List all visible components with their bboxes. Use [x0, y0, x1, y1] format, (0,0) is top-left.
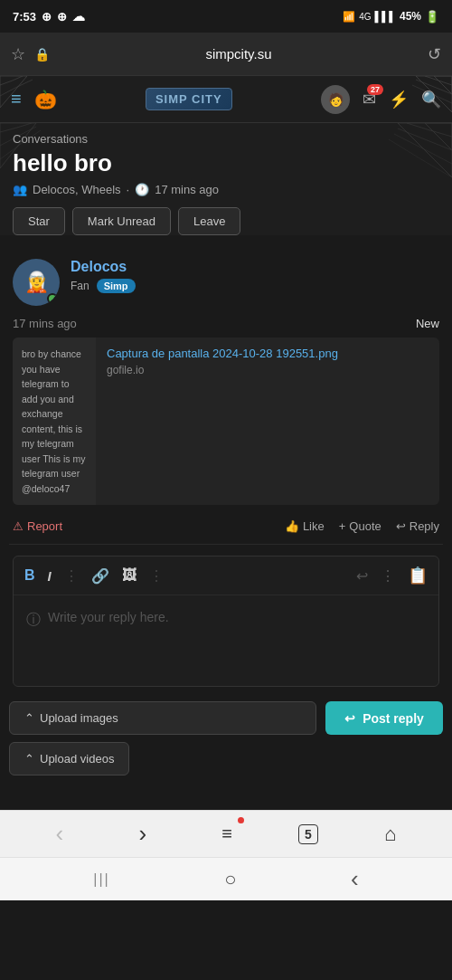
signal-text: 4G [359, 12, 371, 22]
time: 7:53 [13, 10, 36, 24]
site-logo: SIMP CITY [70, 88, 308, 110]
upload-images-button[interactable]: ⌃ Upload images [9, 701, 316, 735]
message-text-block: bro by chance you have telegram to add y… [13, 338, 96, 505]
editor-placeholder: Write your reply here. [48, 610, 169, 624]
username[interactable]: Delocos [71, 259, 439, 275]
participants: Delocos, Wheels [33, 183, 121, 196]
tab-count-label: 5 [305, 827, 312, 842]
post-reply-label: Post reply [363, 711, 424, 726]
like-button[interactable]: 👍 Like [285, 519, 325, 533]
source-button[interactable]: 📋 [408, 566, 428, 585]
reply-label: Reply [410, 519, 439, 533]
back-button[interactable]: ‹ [47, 816, 73, 852]
user-avatar-nav[interactable]: 🧑 [321, 85, 350, 114]
message-content: bro by chance you have telegram to add y… [13, 338, 439, 505]
user-info: Delocos Fan Simp [71, 259, 439, 293]
hamburger-menu-icon[interactable]: ≡ [11, 89, 22, 109]
mail-icon[interactable]: ✉ 27 [363, 90, 376, 109]
badge-simp: Simp [97, 279, 136, 293]
refresh-icon[interactable]: ↺ [428, 44, 441, 64]
link-button[interactable]: 🔗 [91, 567, 109, 585]
attachment-host: gofile.io [107, 364, 428, 376]
reply-icon: ↩ [396, 519, 406, 533]
divider-2: ⋮ [149, 567, 164, 585]
notification-dot [238, 817, 244, 823]
report-label: Report [27, 519, 62, 533]
bold-button[interactable]: B [24, 567, 35, 584]
conversation-meta: 👥 Delocos, Wheels · 🕐 17 mins ago [13, 183, 439, 196]
tabs-wrapper: ≡ [212, 820, 241, 848]
menu-button[interactable]: ≡ [212, 820, 241, 848]
location-icon-2: ⊕ [57, 10, 67, 24]
status-bar: 7:53 ⊕ ⊕ ☁ 📶 4G ▌▌▌ 45% 🔋 [0, 0, 452, 33]
bottom-actions: ⌃ Upload images ↩ Post reply ⌃ Upload vi… [0, 694, 452, 783]
upload-images-icon: ⌃ [24, 711, 34, 725]
undo-button[interactable]: ↩ [356, 567, 368, 585]
editor-toolbar: B I ⋮ 🔗 🖼 ⋮ ↩ ⋮ 📋 [14, 557, 438, 595]
leave-button[interactable]: Leave [178, 207, 240, 235]
message-attachment: Captura de pantalla 2024-10-28 192551.pn… [96, 338, 439, 505]
reply-button[interactable]: ↩ Reply [396, 519, 439, 533]
more-options-button[interactable]: ⋮ [381, 567, 395, 585]
upload-videos-button[interactable]: ⌃ Upload videos [9, 742, 129, 775]
attachment-link[interactable]: Captura de pantalla 2024-10-28 192551.pn… [107, 347, 428, 360]
browser-bar: ☆ 🔒 simpcity.su ↺ [0, 33, 452, 76]
url-bar[interactable]: simpcity.su [59, 46, 419, 62]
battery: 45% [400, 10, 421, 23]
like-label: Like [303, 519, 325, 533]
home-button[interactable]: ⌂ [375, 819, 405, 850]
mark-unread-button[interactable]: Mark Unread [72, 207, 171, 235]
upload-row: ⌃ Upload images ↩ Post reply [9, 701, 443, 735]
android-home-icon[interactable]: ○ [224, 868, 236, 891]
reply-editor: B I ⋮ 🔗 🖼 ⋮ ↩ ⋮ 📋 ⓘ Write your reply her… [13, 556, 439, 687]
cloud-icon: ☁ [72, 9, 85, 24]
forward-button[interactable]: › [129, 816, 155, 852]
message-actions: ⚠ Report 👍 Like + Quote ↩ Reply [9, 509, 443, 545]
italic-button[interactable]: I [48, 568, 52, 584]
pumpkin-icon: 🎃 [34, 89, 57, 110]
user-avatar: 🧝 [13, 259, 60, 306]
user-badges: Fan Simp [71, 279, 439, 293]
status-right: 📶 4G ▌▌▌ 45% 🔋 [343, 10, 439, 24]
placeholder-icon: ⓘ [26, 611, 41, 630]
android-back-icon[interactable]: ‹ [351, 865, 359, 893]
online-indicator [47, 293, 58, 304]
post-reply-button[interactable]: ↩ Post reply [325, 701, 443, 735]
wifi-icon: 📶 [343, 11, 355, 23]
status-time: 7:53 ⊕ ⊕ ☁ [13, 9, 85, 24]
android-bars-icon: ||| [93, 871, 109, 888]
page-title: hello bro [13, 149, 439, 177]
location-icon: ⊕ [42, 10, 52, 24]
signal-bars: ▌▌▌ [375, 11, 396, 22]
divider-1: ⋮ [64, 567, 79, 585]
star-button[interactable]: Star [13, 207, 65, 235]
conversations-section: Conversations hello bro 👥 Delocos, Wheel… [0, 123, 452, 235]
post-reply-icon: ↩ [344, 711, 355, 726]
message-card: 🧝 Delocos Fan Simp 17 mins ago New bro b… [9, 248, 443, 545]
report-icon: ⚠ [13, 519, 24, 533]
android-nav-bar: ||| ○ ‹ [0, 857, 452, 900]
message-timestamp: 17 mins ago [13, 317, 77, 330]
new-badge: New [416, 317, 439, 330]
tab-count[interactable]: 5 [298, 824, 318, 844]
notifications-icon[interactable]: ⚡ [389, 90, 409, 109]
browser-nav-bar: ‹ › ≡ 5 ⌂ [0, 810, 452, 857]
search-icon[interactable]: 🔍 [421, 90, 441, 109]
quote-button[interactable]: + Quote [339, 519, 381, 533]
message-header: 🧝 Delocos Fan Simp [9, 248, 443, 313]
image-button[interactable]: 🖼 [122, 567, 137, 584]
bookmark-icon[interactable]: ☆ [11, 44, 25, 64]
breadcrumb: Conversations [13, 132, 439, 146]
bottom-spacer [0, 783, 452, 810]
lock-icon: 🔒 [34, 47, 50, 62]
report-button[interactable]: ⚠ Report [13, 519, 62, 533]
conversation-actions: Star Mark Unread Leave [13, 207, 439, 235]
upload-videos-label: Upload videos [40, 752, 114, 766]
plus-icon: + [339, 519, 346, 533]
dot-separator: · [127, 183, 130, 196]
editor-body[interactable]: ⓘ Write your reply here. [14, 595, 438, 686]
nav-bar: ≡ 🎃 SIMP CITY 🧑 ✉ 27 ⚡ 🔍 [0, 76, 452, 123]
participants-icon: 👥 [13, 183, 27, 196]
clock-icon: 🕐 [135, 183, 149, 196]
upload-images-label: Upload images [40, 711, 118, 725]
